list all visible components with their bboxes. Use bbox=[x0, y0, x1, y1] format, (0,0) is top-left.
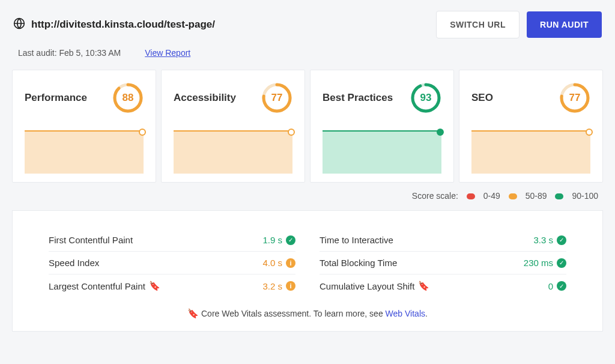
score-value: 88 bbox=[123, 92, 134, 104]
metric-value: 1.9 s bbox=[262, 235, 282, 245]
metric-label: Total Blocking Time bbox=[320, 258, 397, 268]
metric-tti: Time to Interactive 3.3 s✓ bbox=[320, 229, 566, 252]
card-title: Performance bbox=[25, 92, 87, 104]
score-scale-legend: Score scale: 0-49 50-89 90-100 bbox=[0, 183, 615, 207]
metric-label: Time to Interactive bbox=[320, 235, 393, 245]
card-best-practices[interactable]: Best Practices 93 bbox=[310, 70, 454, 183]
score-donut: 93 bbox=[410, 82, 441, 114]
web-vitals-link[interactable]: Web Vitals bbox=[386, 309, 425, 318]
footnote: 🔖 Core Web Vitals assessment. To learn m… bbox=[49, 297, 566, 319]
bookmark-icon: 🔖 bbox=[187, 308, 199, 318]
page-url: http://divitestd.kinsta.cloud/test-page/ bbox=[31, 19, 429, 31]
check-icon: ✓ bbox=[557, 258, 566, 268]
switch-url-button[interactable]: SWITCH URL bbox=[436, 11, 520, 38]
globe-icon bbox=[13, 17, 25, 32]
sparkline bbox=[174, 130, 292, 174]
card-title: Accessibility bbox=[174, 92, 236, 104]
metric-value: 0 bbox=[548, 281, 553, 291]
header-bar: http://divitestd.kinsta.cloud/test-page/… bbox=[0, 0, 615, 44]
metrics-left-column: First Contentful Paint 1.9 s✓ Speed Inde… bbox=[49, 229, 295, 297]
check-icon: ✓ bbox=[557, 235, 566, 245]
footnote-text-after: . bbox=[425, 309, 428, 318]
metric-label: Speed Index bbox=[49, 258, 99, 268]
run-audit-button[interactable]: RUN AUDIT bbox=[527, 11, 602, 38]
scale-range: 50-89 bbox=[526, 191, 547, 201]
metric-value: 230 ms bbox=[524, 258, 553, 268]
info-icon: i bbox=[286, 281, 295, 291]
metric-lcp: Largest Contentful Paint 🔖 3.2 si bbox=[49, 275, 295, 297]
scale-label: Score scale: bbox=[412, 191, 458, 201]
score-donut: 77 bbox=[261, 82, 292, 114]
metric-fcp: First Contentful Paint 1.9 s✓ bbox=[49, 229, 295, 252]
dot-orange-icon bbox=[509, 193, 517, 199]
sparkline bbox=[471, 130, 590, 174]
metric-label: First Contentful Paint bbox=[49, 235, 133, 245]
score-cards: Performance 88 Accessibility 77 Best Pra… bbox=[0, 70, 615, 183]
score-value: 77 bbox=[271, 92, 283, 104]
dot-red-icon bbox=[467, 193, 475, 199]
metric-label: Cumulative Layout Shift bbox=[320, 281, 414, 291]
info-icon: i bbox=[286, 258, 295, 268]
metric-tbt: Total Blocking Time 230 ms✓ bbox=[320, 252, 566, 275]
score-value: 93 bbox=[420, 92, 432, 104]
scale-range: 0-49 bbox=[483, 191, 500, 201]
card-title: Best Practices bbox=[323, 92, 393, 104]
score-value: 77 bbox=[569, 92, 581, 104]
scale-range: 90-100 bbox=[572, 191, 598, 201]
metrics-panel: First Contentful Paint 1.9 s✓ Speed Inde… bbox=[12, 210, 603, 332]
bookmark-icon: 🔖 bbox=[418, 281, 429, 291]
check-icon: ✓ bbox=[557, 281, 566, 291]
sparkline bbox=[25, 130, 144, 174]
check-icon: ✓ bbox=[286, 235, 295, 245]
metric-value: 3.3 s bbox=[533, 235, 553, 245]
metric-value: 4.0 s bbox=[262, 258, 282, 268]
score-donut: 77 bbox=[559, 82, 590, 114]
view-report-link[interactable]: View Report bbox=[145, 48, 190, 58]
footnote-text: Core Web Vitals assessment. To learn mor… bbox=[201, 309, 386, 318]
metric-label: Largest Contentful Paint bbox=[49, 281, 145, 291]
metric-value: 3.2 s bbox=[262, 281, 282, 291]
subheader: Last audit: Feb 5, 10:33 AM View Report bbox=[0, 44, 615, 70]
bookmark-icon: 🔖 bbox=[149, 281, 160, 291]
card-performance[interactable]: Performance 88 bbox=[12, 70, 156, 183]
score-donut: 88 bbox=[112, 82, 144, 114]
metrics-right-column: Time to Interactive 3.3 s✓ Total Blockin… bbox=[320, 229, 566, 297]
last-audit-label: Last audit: Feb 5, 10:33 AM bbox=[18, 48, 121, 58]
metric-cls: Cumulative Layout Shift 🔖 0✓ bbox=[320, 275, 566, 297]
card-accessibility[interactable]: Accessibility 77 bbox=[161, 70, 305, 183]
card-seo[interactable]: SEO 77 bbox=[459, 70, 603, 183]
sparkline bbox=[323, 130, 441, 174]
dot-green-icon bbox=[555, 193, 563, 199]
card-title: SEO bbox=[471, 92, 493, 104]
metric-speed-index: Speed Index 4.0 si bbox=[49, 252, 295, 275]
